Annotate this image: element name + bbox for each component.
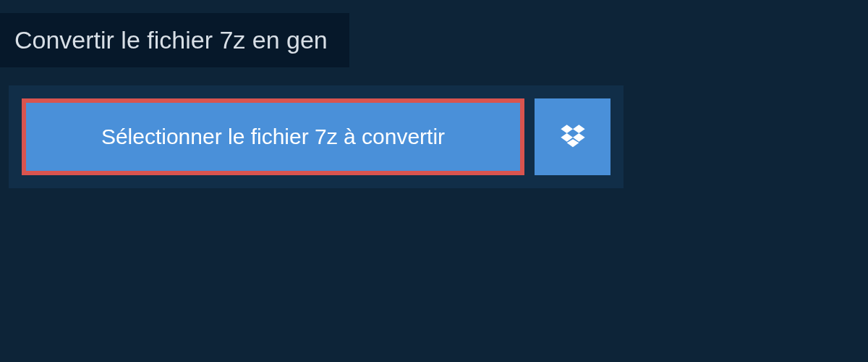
dropbox-button[interactable] bbox=[535, 98, 610, 175]
header-tab: Convertir le fichier 7z en gen bbox=[0, 13, 349, 67]
page-title: Convertir le fichier 7z en gen bbox=[14, 26, 328, 54]
dropbox-icon bbox=[558, 122, 587, 151]
select-file-button[interactable]: Sélectionner le fichier 7z à convertir bbox=[22, 98, 524, 175]
upload-panel: Sélectionner le fichier 7z à convertir bbox=[9, 85, 624, 188]
